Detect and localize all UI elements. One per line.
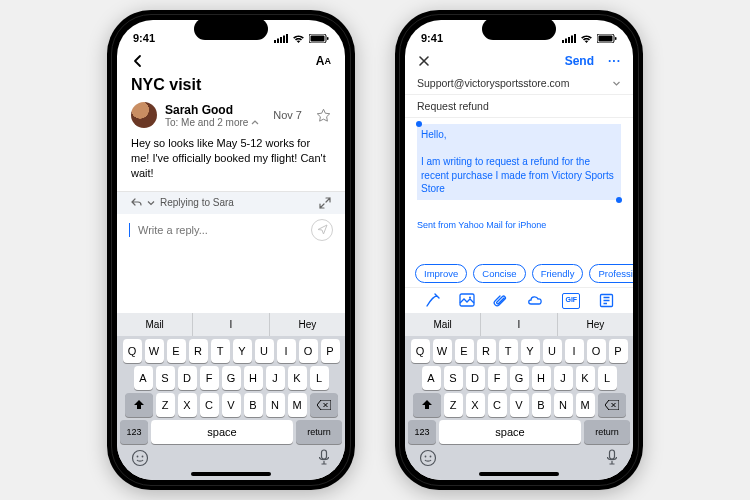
selected-body-text[interactable]: Hello, I am writing to request a refund … xyxy=(417,124,621,200)
reply-input[interactable] xyxy=(138,224,303,236)
cloud-icon[interactable] xyxy=(526,293,544,309)
key-123[interactable]: 123 xyxy=(408,420,436,444)
key-l[interactable]: L xyxy=(310,366,329,390)
key-r[interactable]: R xyxy=(189,339,208,363)
mic-button[interactable] xyxy=(605,449,619,467)
key-h[interactable]: H xyxy=(532,366,551,390)
more-button[interactable]: ··· xyxy=(608,54,621,68)
key-return[interactable]: return xyxy=(296,420,342,444)
send-button[interactable]: Send xyxy=(565,54,594,68)
key-g[interactable]: G xyxy=(510,366,529,390)
mic-button[interactable] xyxy=(317,449,331,467)
key-123[interactable]: 123 xyxy=(120,420,148,444)
keyboard-suggestions[interactable]: Mail I Hey xyxy=(117,313,345,336)
suggestion[interactable]: I xyxy=(480,313,556,336)
key-s[interactable]: S xyxy=(156,366,175,390)
star-button[interactable] xyxy=(316,108,331,123)
subject-field[interactable]: Request refund xyxy=(405,95,633,118)
key-n[interactable]: N xyxy=(266,393,285,417)
key-return[interactable]: return xyxy=(584,420,630,444)
sender-name[interactable]: Sarah Good xyxy=(165,103,265,117)
keyboard[interactable]: Mail I Hey QWERTYUIOP ASDFGHJKL ZXCVBNM … xyxy=(405,313,633,480)
key-z[interactable]: Z xyxy=(156,393,175,417)
key-shift[interactable] xyxy=(413,393,441,417)
key-y[interactable]: Y xyxy=(233,339,252,363)
key-f[interactable]: F xyxy=(200,366,219,390)
key-z[interactable]: Z xyxy=(444,393,463,417)
suggestion[interactable]: Mail xyxy=(405,313,480,336)
key-shift[interactable] xyxy=(125,393,153,417)
key-a[interactable]: A xyxy=(422,366,441,390)
key-space[interactable]: space xyxy=(151,420,293,444)
format-icon[interactable] xyxy=(599,293,614,309)
home-indicator[interactable] xyxy=(191,472,271,476)
key-w[interactable]: W xyxy=(433,339,452,363)
emoji-button[interactable] xyxy=(419,449,437,467)
key-o[interactable]: O xyxy=(299,339,318,363)
key-u[interactable]: U xyxy=(543,339,562,363)
suggestion[interactable]: Mail xyxy=(117,313,192,336)
back-button[interactable] xyxy=(131,54,145,68)
key-j[interactable]: J xyxy=(266,366,285,390)
key-k[interactable]: K xyxy=(288,366,307,390)
key-v[interactable]: V xyxy=(222,393,241,417)
key-w[interactable]: W xyxy=(145,339,164,363)
suggestion[interactable]: Hey xyxy=(269,313,345,336)
key-c[interactable]: C xyxy=(200,393,219,417)
key-d[interactable]: D xyxy=(466,366,485,390)
key-m[interactable]: M xyxy=(576,393,595,417)
key-o[interactable]: O xyxy=(587,339,606,363)
gif-icon[interactable]: GIF xyxy=(562,293,580,309)
close-button[interactable] xyxy=(417,54,431,68)
key-s[interactable]: S xyxy=(444,366,463,390)
key-u[interactable]: U xyxy=(255,339,274,363)
key-c[interactable]: C xyxy=(488,393,507,417)
key-g[interactable]: G xyxy=(222,366,241,390)
keyboard-suggestions[interactable]: Mail I Hey xyxy=(405,313,633,336)
chip-improve[interactable]: Improve xyxy=(415,264,467,283)
key-backspace[interactable] xyxy=(598,393,626,417)
key-y[interactable]: Y xyxy=(521,339,540,363)
send-button[interactable] xyxy=(311,219,333,241)
home-indicator[interactable] xyxy=(479,472,559,476)
key-x[interactable]: X xyxy=(466,393,485,417)
key-p[interactable]: P xyxy=(609,339,628,363)
chip-concise[interactable]: Concise xyxy=(473,264,525,283)
key-backspace[interactable] xyxy=(310,393,338,417)
key-e[interactable]: E xyxy=(167,339,186,363)
key-t[interactable]: T xyxy=(211,339,230,363)
key-b[interactable]: B xyxy=(532,393,551,417)
key-j[interactable]: J xyxy=(554,366,573,390)
chip-friendly[interactable]: Friendly xyxy=(532,264,584,283)
key-space[interactable]: space xyxy=(439,420,581,444)
key-h[interactable]: H xyxy=(244,366,263,390)
emoji-button[interactable] xyxy=(131,449,149,467)
key-b[interactable]: B xyxy=(244,393,263,417)
key-f[interactable]: F xyxy=(488,366,507,390)
key-i[interactable]: I xyxy=(277,339,296,363)
key-t[interactable]: T xyxy=(499,339,518,363)
to-field[interactable]: Support@victorysportsstore.com xyxy=(405,72,633,95)
suggestion[interactable]: Hey xyxy=(557,313,633,336)
chip-professional[interactable]: Professional xyxy=(589,264,633,283)
recipients-line[interactable]: To: Me and 2 more xyxy=(165,117,265,128)
image-icon[interactable] xyxy=(459,293,475,309)
key-l[interactable]: L xyxy=(598,366,617,390)
chevron-down-icon[interactable] xyxy=(147,199,155,207)
key-p[interactable]: P xyxy=(321,339,340,363)
key-n[interactable]: N xyxy=(554,393,573,417)
key-d[interactable]: D xyxy=(178,366,197,390)
key-v[interactable]: V xyxy=(510,393,529,417)
keyboard[interactable]: Mail I Hey QWERTYUIOP ASDFGHJKL ZXCVBNM … xyxy=(117,313,345,480)
key-x[interactable]: X xyxy=(178,393,197,417)
suggestion[interactable]: I xyxy=(192,313,268,336)
ai-compose-icon[interactable] xyxy=(424,293,440,309)
key-q[interactable]: Q xyxy=(123,339,142,363)
key-m[interactable]: M xyxy=(288,393,307,417)
key-k[interactable]: K xyxy=(576,366,595,390)
text-size-button[interactable]: AA xyxy=(316,54,331,68)
key-i[interactable]: I xyxy=(565,339,584,363)
sender-avatar[interactable] xyxy=(131,102,157,128)
key-e[interactable]: E xyxy=(455,339,474,363)
key-a[interactable]: A xyxy=(134,366,153,390)
